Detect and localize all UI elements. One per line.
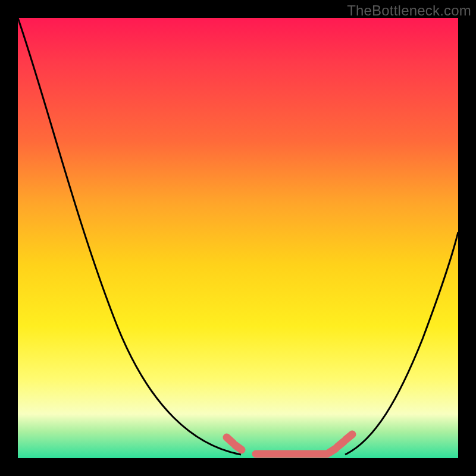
curve-layer: [18, 18, 458, 458]
plot-area: [18, 18, 458, 458]
curve-left: [18, 18, 241, 455]
curve-right: [345, 232, 458, 455]
floor-markers: [227, 434, 352, 454]
chart-frame: TheBottleneck.com: [0, 0, 476, 476]
watermark-label: TheBottleneck.com: [347, 2, 471, 19]
